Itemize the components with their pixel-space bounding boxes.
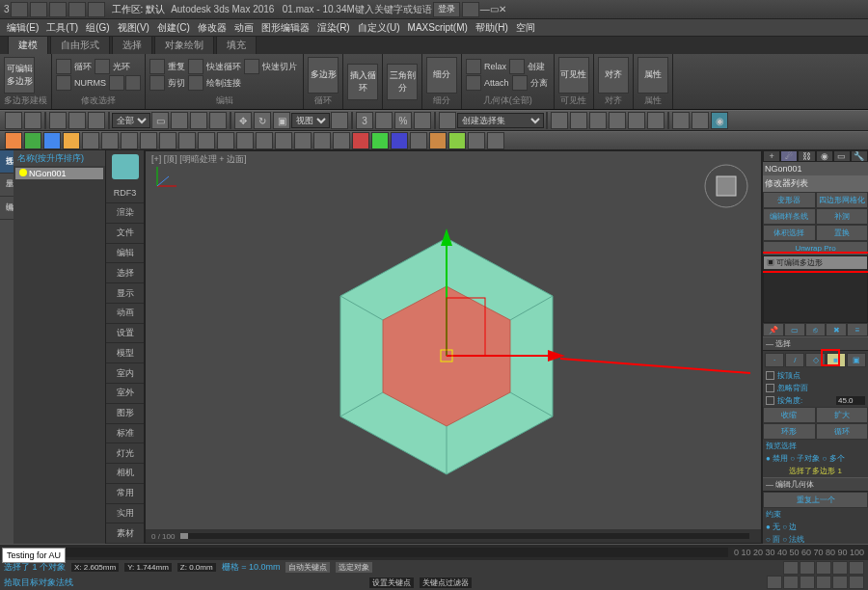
lefttab-select[interactable]: 选择 (0, 150, 14, 174)
rollout-edit-geom[interactable]: — 编辑几何体 (763, 477, 868, 492)
qat-undo[interactable] (68, 2, 86, 17)
lefttab-edit[interactable]: 编辑 (0, 197, 14, 220)
scale-icon[interactable]: ▣ (273, 112, 290, 129)
vc-8[interactable]: 模型 (106, 343, 144, 363)
rotate-icon[interactable]: ↻ (254, 112, 271, 129)
viewcube[interactable] (703, 163, 749, 209)
minimize-button[interactable]: — (480, 4, 490, 14)
menu-create[interactable]: 创建(C) (154, 21, 193, 35)
stack-unique-icon[interactable]: ⎋ (805, 323, 827, 336)
window-cross-icon[interactable] (209, 112, 227, 129)
tb2-b[interactable] (24, 132, 41, 149)
vc-0[interactable]: RDF3 (106, 183, 144, 203)
percent-snap-icon[interactable]: % (394, 112, 412, 129)
rollout-selection[interactable]: — 选择 (763, 336, 868, 351)
btn-editspline[interactable]: 编辑样条线 (763, 208, 816, 225)
align-button[interactable]: 对齐 (598, 57, 629, 94)
y-field[interactable]: Y: 1.744mm (124, 563, 172, 572)
subobj-border-icon[interactable]: ◇ (805, 353, 825, 367)
object-name-field[interactable]: NGon001 (763, 162, 868, 175)
ref-coord[interactable]: 视图 (291, 113, 330, 128)
undo-icon[interactable] (5, 112, 22, 129)
align-icon[interactable] (570, 112, 587, 129)
menu-maxscript[interactable]: MAXScript(M) (405, 22, 471, 33)
tb2-j[interactable] (178, 132, 196, 149)
render-frame-icon[interactable] (692, 112, 709, 129)
ring-icon[interactable] (95, 59, 110, 74)
tb2-c[interactable] (43, 132, 61, 149)
ribbon-tab-selection[interactable]: 选择 (112, 36, 152, 54)
subdiv-button[interactable]: 细分 (426, 57, 457, 94)
selected-key-dropdown[interactable]: 选定对象 (336, 562, 372, 573)
tab-motion-icon[interactable]: ◉ (816, 150, 833, 162)
next-frame-icon[interactable] (832, 561, 848, 575)
vc-11[interactable]: 图形 (106, 404, 144, 424)
tb2-n[interactable] (256, 132, 273, 149)
btn-unwrap[interactable]: Unwrap Pro (763, 241, 868, 255)
time-slider[interactable]: 0 / 100 (146, 529, 761, 543)
ribbon-tab-modeling[interactable]: 建模 (8, 36, 48, 54)
insertloop-button[interactable]: 插入循环 (347, 64, 378, 100)
schematic-icon[interactable] (628, 112, 645, 129)
vc-9[interactable]: 室内 (106, 363, 144, 384)
subobj-edge-icon[interactable]: / (785, 353, 804, 367)
vc-5[interactable]: 显示 (106, 283, 144, 304)
loop-button[interactable]: 循环 (816, 423, 869, 440)
viewport-canvas[interactable] (146, 151, 761, 543)
repeat-icon[interactable] (149, 59, 165, 74)
vc-7[interactable]: 设置 (106, 324, 144, 344)
menu-customize[interactable]: 自定义(U) (355, 21, 403, 35)
tb2-k[interactable] (198, 132, 215, 149)
nav-fov-icon[interactable] (800, 576, 815, 589)
named-selection-set[interactable]: 创建选择集 (457, 113, 544, 128)
tb2-w[interactable] (429, 132, 447, 149)
tb2-d[interactable] (63, 132, 80, 149)
vc-2[interactable]: 文件 (106, 224, 144, 244)
tb2-f[interactable] (101, 132, 119, 149)
tb2-u[interactable] (391, 132, 408, 149)
tb2-h[interactable] (140, 132, 157, 149)
goto-end-icon[interactable] (849, 561, 864, 575)
layers-icon[interactable] (589, 112, 607, 129)
menu-animation[interactable]: 动画 (231, 21, 257, 35)
tb2-m[interactable] (236, 132, 254, 149)
grow-button[interactable]: 扩大 (816, 407, 869, 423)
relax-icon[interactable] (466, 59, 481, 74)
nurms-icon[interactable] (56, 75, 71, 91)
rect-select-icon[interactable] (190, 112, 207, 129)
nav-orbit-icon[interactable] (832, 576, 848, 589)
vc-3[interactable]: 编辑 (106, 244, 144, 264)
quickslice-icon[interactable] (244, 59, 259, 74)
tb2-z[interactable] (487, 132, 504, 149)
tb2-i[interactable] (159, 132, 176, 149)
shrink-button[interactable]: 收缩 (763, 407, 816, 423)
tab-utilities-icon[interactable]: 🔧 (851, 150, 868, 162)
bind-icon[interactable] (88, 112, 105, 129)
tab-display-icon[interactable]: ▭ (833, 150, 851, 162)
play-icon[interactable] (816, 561, 831, 575)
btn-morph[interactable]: 变形器 (763, 192, 816, 208)
material-icon[interactable] (647, 112, 665, 129)
btn-capholes[interactable]: 补洞 (816, 208, 869, 225)
maximize-button[interactable]: ▭ (490, 4, 499, 14)
mod-btn2[interactable] (125, 75, 141, 91)
tab-create-icon[interactable]: + (763, 150, 780, 162)
ribbon-tab-freeform[interactable]: 自由形式 (50, 36, 110, 54)
named-sel-icon[interactable] (439, 112, 456, 129)
cut-icon[interactable] (149, 75, 165, 91)
qat-save[interactable] (49, 2, 67, 17)
select-name-icon[interactable] (171, 112, 188, 129)
cube-icon[interactable] (112, 154, 139, 179)
vc-12[interactable]: 标准 (106, 424, 144, 444)
keyfilter-button[interactable]: 关键点过滤器 (420, 577, 472, 588)
angle-snap-icon[interactable] (375, 112, 393, 129)
vc-1[interactable]: 渲染 (106, 203, 144, 224)
tab-hierarchy-icon[interactable]: ⛓ (798, 150, 815, 162)
attach-icon[interactable] (466, 75, 481, 91)
nav-maximize-icon[interactable] (849, 576, 864, 589)
loop-icon[interactable] (56, 59, 71, 74)
stack-show-icon[interactable]: ▭ (784, 323, 805, 336)
autokey-button[interactable]: 自动关键点 (285, 562, 330, 573)
scene-node-ngon[interactable]: NGon001 (15, 168, 103, 179)
tb2-x[interactable] (448, 132, 466, 149)
